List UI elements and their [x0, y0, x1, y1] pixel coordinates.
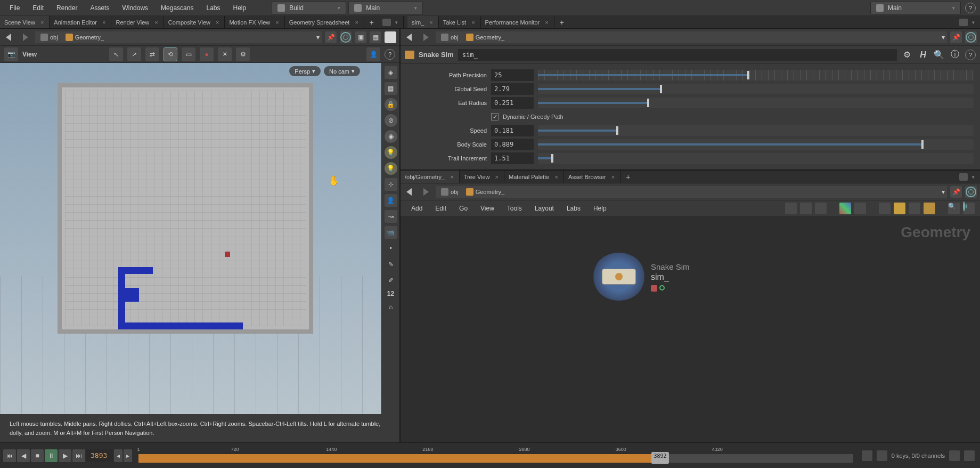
lock-icon[interactable]: 🔒 — [385, 98, 397, 111]
dot-icon[interactable]: • — [385, 242, 397, 255]
tab-motion-fx-view[interactable]: Motion FX View× — [225, 16, 284, 28]
tab-scene-view[interactable]: Scene View× — [0, 16, 50, 28]
tab-animation-editor[interactable]: Animation Editor× — [50, 16, 111, 28]
path-precision-slider[interactable] — [538, 70, 974, 80]
pane-split-icon[interactable] — [382, 19, 391, 26]
net-labs[interactable]: Labs — [561, 203, 586, 214]
key-icon[interactable] — [862, 450, 872, 461]
camera-pill[interactable]: Persp ▾ — [289, 66, 321, 76]
close-icon[interactable]: × — [449, 174, 454, 180]
realtime-icon[interactable] — [964, 450, 975, 461]
curve-icon[interactable]: ↝ — [385, 210, 397, 223]
blank-icon[interactable] — [385, 31, 396, 43]
playhead[interactable]: 3892 — [651, 452, 668, 464]
menu-megascans[interactable]: Megascans — [156, 2, 199, 14]
light-tool-icon[interactable]: ☀ — [218, 47, 232, 61]
select-tool-icon[interactable]: ↖ — [109, 47, 123, 61]
ring2-icon[interactable] — [963, 203, 975, 214]
close-icon[interactable]: × — [610, 174, 616, 180]
lines-icon[interactable] — [815, 203, 827, 214]
nav-back-icon[interactable] — [404, 185, 416, 198]
cam2-icon[interactable]: 📹 — [385, 226, 397, 239]
help-icon[interactable]: ? — [965, 3, 976, 13]
tab--obj-geometry-[interactable]: /obj/Geometry_× — [401, 171, 460, 183]
pin-icon[interactable]: 📌 — [950, 186, 962, 198]
search-icon[interactable]: 🔍 — [933, 49, 945, 61]
tab-material-palette[interactable]: Material Palette× — [504, 171, 564, 183]
menu-labs[interactable]: Labs — [201, 2, 225, 14]
node-snake-sim[interactable]: Snake Sim sim_ — [592, 253, 690, 301]
close-icon[interactable]: × — [354, 19, 359, 26]
viewport[interactable]: Persp ▾ No cam ▾ ✋ — [0, 63, 381, 414]
tab-geometry-spreadsheet[interactable]: Geometry Spreadsheet× — [285, 16, 364, 28]
play-button[interactable]: ⏸ — [45, 449, 58, 462]
brush-icon[interactable]: ✎ — [385, 258, 397, 271]
ring-link-icon[interactable] — [965, 186, 977, 198]
path-geom[interactable]: Geometry_ — [62, 33, 107, 42]
globe-icon[interactable]: ◉ — [385, 130, 397, 143]
scope-icon[interactable] — [949, 450, 960, 461]
sticky-icon[interactable] — [894, 203, 905, 214]
pane-split-icon[interactable] — [959, 173, 968, 181]
note-icon[interactable] — [879, 203, 891, 214]
record-icon[interactable]: ● — [200, 47, 214, 61]
body-scale-slider[interactable] — [538, 139, 974, 150]
dynamic-checkbox[interactable] — [491, 113, 499, 120]
tab-add-left[interactable]: + — [364, 16, 379, 28]
menu-edit[interactable]: Edit — [27, 2, 49, 14]
trail-inc-slider[interactable] — [538, 153, 974, 164]
bulb-icon[interactable]: 💡 — [385, 146, 397, 159]
stop-button[interactable]: ■ — [31, 449, 44, 462]
cube-icon[interactable]: ▣ — [355, 31, 366, 43]
tab-render-view[interactable]: Render View× — [111, 16, 164, 28]
bulb2-icon[interactable]: 💡 — [385, 162, 397, 175]
speed-value[interactable]: 0.181 — [491, 125, 534, 136]
net-tools[interactable]: Tools — [502, 203, 527, 214]
path-precision-value[interactable]: 25 — [491, 69, 534, 81]
global-seed-slider[interactable] — [538, 84, 974, 94]
path-breadcrumb[interactable]: obj Geometry_ ▾ — [35, 31, 322, 43]
net-edit[interactable]: Edit — [430, 203, 452, 214]
tab-performance-monitor[interactable]: Performance Monitor× — [481, 16, 554, 28]
close-icon[interactable]: × — [274, 19, 280, 26]
tab-add-lower[interactable]: + — [620, 171, 635, 183]
eat-radius-value[interactable]: 0.251 — [491, 97, 534, 109]
no-icon[interactable]: ⊘ — [385, 114, 397, 127]
chevron-down-icon[interactable]: ▾ — [942, 188, 945, 196]
ring-link-icon[interactable] — [340, 31, 352, 43]
eat-radius-slider[interactable] — [538, 98, 974, 108]
help-icon[interactable]: ? — [385, 49, 395, 60]
shading-icon[interactable]: ◈ — [385, 66, 397, 79]
nav-fwd-icon[interactable] — [420, 185, 432, 198]
tab-asset-browser[interactable]: Asset Browser× — [564, 171, 620, 183]
tab-add-right[interactable]: + — [554, 16, 569, 28]
ring-link-icon[interactable] — [965, 31, 977, 43]
path-obj[interactable]: obj — [438, 187, 462, 197]
move-tool-icon[interactable]: ⇄ — [145, 47, 159, 61]
timeline-track[interactable]: 172014402160288036004320 3892 — [138, 447, 853, 465]
net-help[interactable]: Help — [588, 203, 612, 214]
gear-icon[interactable]: ⚙ — [901, 49, 913, 61]
chevron-down-icon[interactable]: ▾ — [970, 174, 977, 180]
step-fwd-button[interactable]: ▸ — [124, 449, 132, 462]
rotate-tool-icon[interactable]: ⟲ — [164, 47, 177, 61]
close-icon[interactable]: × — [153, 19, 159, 26]
nav-back-icon[interactable] — [3, 31, 16, 44]
person-icon[interactable]: 👤 — [366, 47, 380, 61]
nav-fwd-icon[interactable] — [19, 31, 32, 44]
close-icon[interactable]: × — [215, 19, 220, 26]
path-geom[interactable]: Geometry_ — [463, 187, 508, 197]
net-go[interactable]: Go — [454, 203, 473, 214]
path-breadcrumb[interactable]: obj Geometry_ ▾ — [436, 186, 947, 198]
info-icon[interactable]: ⓘ — [949, 49, 961, 61]
pin-icon[interactable]: 📌 — [950, 31, 962, 43]
main-dropdown[interactable]: Main ▾ — [348, 2, 423, 14]
scale-tool-icon[interactable]: ▭ — [182, 47, 195, 61]
image-icon[interactable] — [909, 203, 920, 214]
tool-icon[interactable]: ⌂ — [385, 301, 397, 313]
box-icon[interactable] — [924, 203, 935, 214]
close-icon[interactable]: × — [428, 19, 434, 26]
wireframe-icon[interactable]: ▦ — [385, 82, 397, 95]
pin-icon[interactable]: 📌 — [325, 31, 337, 43]
chevron-down-icon[interactable]: ▾ — [970, 20, 977, 25]
